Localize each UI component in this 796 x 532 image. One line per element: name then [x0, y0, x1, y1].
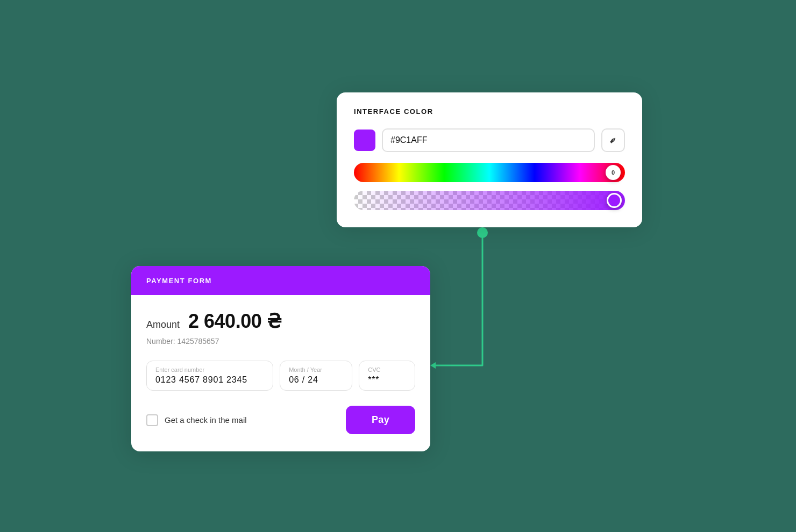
payment-bottom-row: Get a check in the mail Pay [146, 406, 415, 434]
expiry-label: Month / Year [289, 366, 343, 373]
alpha-track [354, 191, 625, 210]
payment-header: PAYMENT FORM [131, 266, 430, 295]
eyedropper-icon: ✒ [606, 133, 620, 147]
hue-slider[interactable]: 0 [354, 163, 625, 182]
eyedropper-button[interactable]: ✒ [601, 128, 625, 152]
amount-value: 2 640.00 ₴ [188, 310, 281, 333]
amount-label: Amount [146, 319, 180, 330]
hex-input[interactable] [382, 128, 595, 152]
amount-row: Amount 2 640.00 ₴ [146, 310, 415, 333]
card-cvc-field[interactable]: CVC *** [359, 361, 415, 391]
card-number-label: Enter card number [155, 366, 264, 373]
color-input-row: ✒ [354, 128, 625, 152]
pay-button[interactable]: Pay [346, 406, 415, 434]
connector-line [436, 238, 482, 365]
cvc-value: *** [368, 375, 406, 385]
connector-dot [477, 227, 488, 238]
alpha-thumb [607, 193, 622, 208]
payment-header-title: PAYMENT FORM [146, 277, 212, 285]
hue-track [354, 163, 625, 182]
payment-body: Amount 2 640.00 ₴ Number: 1425785657 Ent… [131, 295, 430, 451]
card-inputs-row: Enter card number 0123 4567 8901 2345 Mo… [146, 361, 415, 391]
expiry-value: 06 / 24 [289, 375, 343, 385]
email-receipt-checkbox-label[interactable]: Get a check in the mail [146, 414, 247, 426]
cvc-label: CVC [368, 366, 406, 373]
order-number: Number: 1425785657 [146, 337, 415, 346]
color-swatch[interactable] [354, 130, 375, 151]
color-panel-title: INTERFACE COLOR [354, 107, 625, 116]
email-receipt-checkbox[interactable] [146, 414, 158, 426]
card-expiry-field[interactable]: Month / Year 06 / 24 [280, 361, 352, 391]
card-number-field[interactable]: Enter card number 0123 4567 8901 2345 [146, 361, 273, 391]
payment-panel: PAYMENT FORM Amount 2 640.00 ₴ Number: 1… [131, 266, 430, 451]
alpha-slider[interactable] [354, 191, 625, 210]
email-receipt-label: Get a check in the mail [165, 415, 247, 425]
hue-thumb: 0 [606, 165, 621, 180]
connector-arrowhead [430, 362, 436, 369]
card-number-value: 0123 4567 8901 2345 [155, 375, 264, 385]
color-panel: INTERFACE COLOR ✒ 0 [337, 92, 642, 227]
